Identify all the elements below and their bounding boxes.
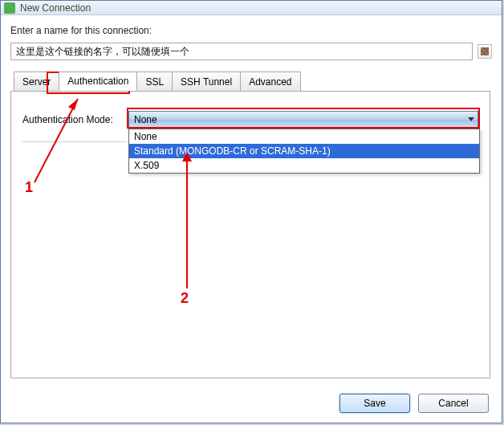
connection-name-row [10, 43, 492, 60]
dialog-content: Enter a name for this connection: Server… [1, 15, 502, 378]
auth-mode-select[interactable]: None [128, 111, 478, 129]
save-button[interactable]: Save [339, 394, 410, 413]
dialog-button-row: Save Cancel [339, 394, 489, 413]
tab-panel-authentication: Authentication Mode: None None Standard … [10, 91, 490, 378]
tab-ssl[interactable]: SSL [136, 72, 173, 91]
connection-name-input[interactable] [10, 43, 473, 60]
auth-mode-dropdown: None Standard (MONGODB-CR or SCRAM-SHA-1… [128, 129, 480, 174]
tab-server[interactable]: Server [14, 72, 59, 91]
app-icon [4, 2, 15, 14]
tab-bar: Server Authentication SSL SSH Tunnel Adv… [14, 72, 492, 91]
auth-option-none[interactable]: None [129, 129, 479, 144]
tab-ssh-tunnel[interactable]: SSH Tunnel [172, 72, 241, 91]
auth-mode-label: Authentication Mode: [22, 114, 128, 125]
chevron-down-icon [468, 117, 474, 121]
auth-option-standard[interactable]: Standard (MONGODB-CR or SCRAM-SHA-1) [129, 144, 479, 158]
auth-mode-selected-value: None [134, 114, 157, 125]
dialog-window: New Connection Enter a name for this con… [0, 0, 502, 423]
cancel-button[interactable]: Cancel [418, 394, 489, 413]
connection-name-label: Enter a name for this connection: [10, 25, 492, 36]
tab-advanced[interactable]: Advanced [240, 72, 300, 91]
divider [22, 141, 127, 142]
tab-authentication[interactable]: Authentication [59, 72, 137, 91]
auth-mode-row: Authentication Mode: None [22, 111, 478, 129]
palette-icon[interactable] [478, 44, 492, 59]
auth-option-x509[interactable]: X.509 [129, 158, 479, 173]
window-title: New Connection [20, 2, 91, 14]
titlebar: New Connection [1, 1, 502, 15]
